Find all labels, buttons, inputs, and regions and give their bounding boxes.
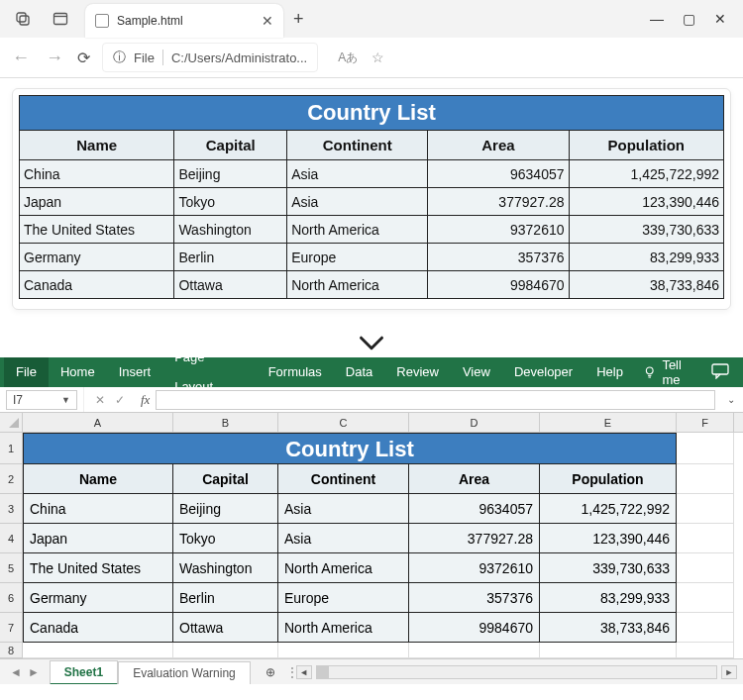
new-tab-button[interactable]: +	[293, 9, 304, 30]
lightbulb-icon	[643, 365, 656, 379]
col-name: Name	[20, 131, 174, 160]
table-row: The United StatesWashingtonNorth America…	[20, 216, 724, 244]
formula-bar: I7 ▼ ✕ ✓ fx ⌄	[0, 387, 743, 413]
ribbon-tab-help[interactable]: Help	[584, 357, 635, 387]
close-window-button[interactable]: ✕	[711, 11, 729, 27]
row-header[interactable]: 1	[0, 433, 22, 464]
scroll-thumb[interactable]	[317, 666, 329, 678]
page-icon	[95, 14, 109, 28]
formula-expand-icon[interactable]: ⌄	[719, 394, 743, 405]
workspaces-icon[interactable]	[52, 10, 69, 28]
ribbon-tab-data[interactable]: Data	[334, 357, 384, 387]
excel-row: JapanTokyoAsia377927.28123,390,446	[23, 524, 677, 553]
tab-actions-icon[interactable]	[14, 10, 32, 28]
svg-marker-8	[9, 418, 19, 428]
col-header[interactable]: E	[540, 413, 677, 432]
svg-rect-2	[54, 14, 67, 25]
url-divider	[162, 50, 163, 65]
tell-me-label: Tell me	[662, 357, 701, 387]
ribbon-tab-review[interactable]: Review	[384, 357, 451, 387]
ribbon-tab-insert[interactable]: Insert	[107, 357, 163, 387]
table-row: ChinaBeijingAsia96340571,425,722,992	[20, 160, 724, 188]
browser-title-bar: Sample.html ✕ + — ▢ ✕	[0, 0, 743, 38]
url-scheme-label: File	[134, 50, 155, 65]
fx-label[interactable]: fx	[135, 392, 156, 408]
col-header[interactable]: F	[677, 413, 734, 432]
name-box-dropdown-icon[interactable]: ▼	[61, 395, 70, 405]
window-controls: — ▢ ✕	[648, 11, 739, 27]
table-title: Country List	[20, 96, 724, 131]
excel-table-title[interactable]: Country List	[23, 433, 677, 464]
formula-controls: ✕ ✓	[83, 387, 135, 412]
ribbon-tab-view[interactable]: View	[451, 357, 502, 387]
refresh-button[interactable]: ⟳	[77, 49, 90, 67]
svg-rect-0	[17, 13, 26, 22]
ribbon-tab-home[interactable]: Home	[49, 357, 107, 387]
row-header[interactable]: 2	[0, 464, 22, 494]
scroll-right-icon[interactable]: ►	[721, 665, 737, 679]
sheet-nav-next-icon[interactable]: ►	[28, 665, 40, 679]
name-box[interactable]: I7 ▼	[6, 390, 77, 410]
favorite-icon[interactable]: ☆	[372, 50, 384, 66]
formula-input[interactable]	[156, 390, 715, 410]
table-row: GermanyBerlinEurope35737683,299,933	[20, 244, 724, 271]
row-header[interactable]: 5	[0, 553, 22, 583]
minimize-button[interactable]: —	[648, 11, 666, 27]
ribbon-tab-file[interactable]: File	[4, 357, 49, 387]
col-continent: Continent	[287, 131, 428, 160]
browser-tab-active[interactable]: Sample.html ✕	[85, 4, 283, 38]
scroll-track[interactable]	[316, 665, 717, 679]
ribbon-tab-formulas[interactable]: Formulas	[257, 357, 334, 387]
comments-icon[interactable]	[701, 363, 739, 382]
row-header[interactable]: 7	[0, 613, 22, 643]
back-button[interactable]: ←	[10, 48, 32, 68]
excel-row: CanadaOttawaNorth America998467038,733,8…	[23, 613, 677, 643]
address-bar: ← → ⟳ ⓘ File C:/Users/Administrato... Aあ…	[0, 38, 743, 77]
accept-formula-icon[interactable]: ✓	[115, 393, 125, 407]
cancel-formula-icon[interactable]: ✕	[95, 393, 105, 407]
row-header[interactable]: 8	[0, 643, 22, 658]
excel-row: GermanyBerlinEurope35737683,299,933	[23, 583, 677, 613]
maximize-button[interactable]: ▢	[680, 11, 697, 27]
row-header[interactable]: 3	[0, 494, 22, 524]
table-row: JapanTokyoAsia377927.28123,390,446	[20, 188, 724, 216]
chevron-down-separator	[0, 328, 743, 357]
grid-body[interactable]: A B C D E F Country List	[23, 413, 743, 658]
svg-rect-1	[20, 16, 29, 25]
sheet-tab-evaluation-warning[interactable]: Evaluation Warning	[118, 661, 251, 684]
page-frame: Country List Name Capital Continent Area…	[12, 88, 731, 310]
excel-table-header: Name Capital Continent Area Population	[23, 464, 677, 494]
select-all-corner[interactable]	[0, 413, 22, 433]
svg-rect-7	[712, 364, 728, 374]
row-header[interactable]: 6	[0, 583, 22, 613]
sheet-tab-sheet1[interactable]: Sheet1	[50, 660, 118, 684]
col-header[interactable]: D	[409, 413, 540, 432]
address-bar-actions: Aあ ☆	[338, 50, 384, 66]
reader-mode-icon[interactable]: Aあ	[338, 50, 358, 66]
row-headers: 1 2 3 4 5 6 7 8	[0, 413, 23, 658]
url-path: C:/Users/Administrato...	[171, 50, 307, 65]
table-row: CanadaOttawaNorth America998467038,733,8…	[20, 271, 724, 299]
tab-title: Sample.html	[117, 14, 183, 28]
excel-grid: 1 2 3 4 5 6 7 8 A B C D E F	[0, 413, 743, 658]
scroll-split-handle[interactable]: ⋮	[286, 665, 292, 679]
tell-me-search[interactable]: Tell me	[643, 357, 701, 387]
country-table-html: Country List Name Capital Continent Area…	[19, 95, 724, 299]
row-header[interactable]: 4	[0, 524, 22, 553]
add-sheet-button[interactable]: ⊕	[261, 662, 280, 682]
browser-window-chrome: Sample.html ✕ + — ▢ ✕ ← → ⟳ ⓘ File C:/Us…	[0, 0, 743, 78]
sheet-nav-prev-icon[interactable]: ◄	[10, 665, 22, 679]
ribbon-tab-developer[interactable]: Developer	[502, 357, 584, 387]
col-header[interactable]: B	[173, 413, 278, 432]
col-header[interactable]: A	[23, 413, 173, 432]
col-header[interactable]: C	[278, 413, 409, 432]
tab-close-icon[interactable]: ✕	[262, 13, 273, 29]
url-box[interactable]: ⓘ File C:/Users/Administrato...	[102, 43, 318, 72]
scroll-left-icon[interactable]: ◄	[296, 665, 312, 679]
excel-window: File Home Insert Page Layout Formulas Da…	[0, 357, 743, 684]
table-header-row: Name Capital Continent Area Population	[20, 131, 724, 160]
svg-point-4	[646, 367, 653, 374]
col-population: Population	[569, 131, 723, 160]
cells-area[interactable]: Country List Name Capital Continent Area…	[23, 433, 743, 658]
info-icon[interactable]: ⓘ	[113, 49, 126, 66]
